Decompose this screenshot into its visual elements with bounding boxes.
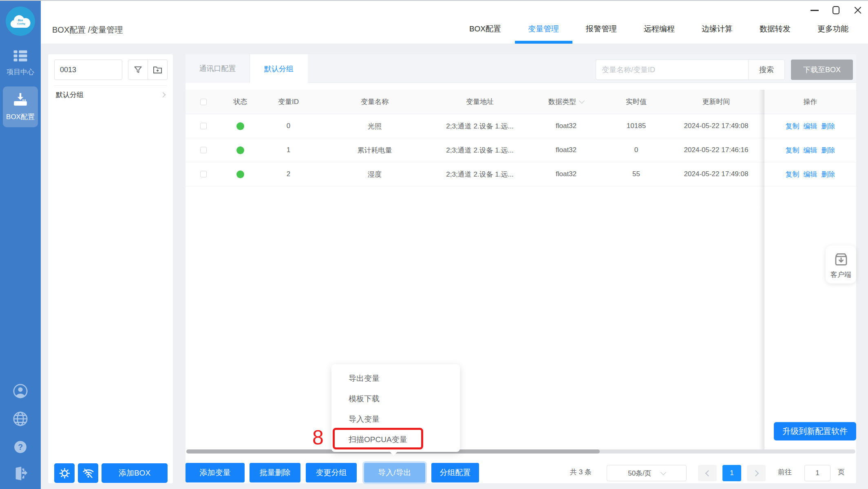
add-group-button[interactable]	[148, 60, 167, 80]
sidebar-language-button[interactable]	[0, 411, 41, 427]
delete-link[interactable]: 删除	[822, 122, 835, 131]
table-row: 0 光照 2;3;通道 2.设备 1.远... float32 10185 20…	[186, 114, 856, 138]
nav-box-config[interactable]: BOX配置	[469, 24, 501, 34]
cell-update-time: 2024-05-22 17:49:08	[668, 162, 764, 186]
copy-link[interactable]: 复制	[786, 122, 800, 131]
app-logo: Box Config	[6, 7, 35, 36]
tab-default-group[interactable]: 默认分组	[250, 54, 308, 83]
device-search-input[interactable]	[54, 60, 122, 80]
nav-variable-management[interactable]: 变量管理	[528, 24, 559, 34]
settings-button[interactable]	[54, 463, 75, 483]
nav-more-functions[interactable]: 更多功能	[817, 24, 848, 34]
col-variable-address: 变量地址	[432, 90, 528, 114]
group-config-button[interactable]: 分组配置	[431, 463, 479, 482]
tab-comm-port-config[interactable]: 通讯口配置	[186, 54, 250, 83]
globe-icon	[13, 411, 28, 427]
current-page-button[interactable]: 1	[722, 465, 741, 481]
status-dot-online	[236, 122, 244, 130]
col-variable-name: 变量名称	[317, 90, 432, 114]
chevron-right-icon	[160, 92, 166, 97]
chevron-right-icon	[752, 470, 759, 476]
col-data-type[interactable]: 数据类型	[528, 90, 605, 114]
add-box-button[interactable]: 添加BOX	[102, 463, 168, 483]
cell-variable-id: 2	[260, 162, 317, 186]
client-label: 客户端	[830, 270, 851, 279]
menu-item-export-variables[interactable]: 导出变量	[331, 368, 460, 389]
row-checkbox[interactable]	[200, 123, 207, 129]
sidebar-logout-button[interactable]	[0, 466, 41, 481]
change-group-button[interactable]: 变更分组	[306, 463, 357, 482]
page-unit-label: 页	[838, 467, 845, 477]
funnel-icon	[133, 65, 143, 75]
sidebar-item-label: 项目中心	[0, 67, 41, 77]
menu-item-import-variables[interactable]: 导入变量	[331, 409, 460, 429]
search-button[interactable]: 搜索	[748, 60, 785, 80]
nav-edge-computing[interactable]: 边缘计算	[702, 24, 733, 34]
group-list-item-default[interactable]: 默认分组	[54, 85, 167, 104]
goto-page-label: 前往	[778, 467, 792, 477]
add-variable-button[interactable]: 添加变量	[186, 463, 245, 482]
import-export-button[interactable]: 导入/导出	[364, 463, 425, 482]
delete-link[interactable]: 删除	[822, 170, 835, 179]
goto-page-input[interactable]	[804, 465, 830, 481]
table-header: 状态 变量ID 变量名称 变量地址 数据类型 实时值 更新时间 操作	[186, 90, 856, 114]
sidebar-help-button[interactable]: ?	[0, 440, 41, 454]
client-download-widget[interactable]: 客户端	[826, 246, 856, 283]
next-page-button[interactable]	[747, 465, 766, 481]
svg-text:Config: Config	[17, 22, 25, 25]
svg-text:?: ?	[18, 443, 23, 451]
row-checkbox[interactable]	[200, 171, 207, 177]
main-content-card: 通讯口配置 默认分组 搜索 下载至BOX 状态 变量ID 变量名称 变量地址 数…	[186, 54, 856, 483]
edit-link[interactable]: 编辑	[804, 170, 817, 179]
cloud-logo-icon: Box Config	[8, 12, 33, 30]
edit-link[interactable]: 编辑	[804, 146, 817, 155]
folder-plus-icon	[152, 65, 163, 75]
import-export-menu: 导出变量 模板下载 导入变量 扫描OPCUA变量	[331, 364, 460, 452]
nav-data-forwarding[interactable]: 数据转发	[760, 24, 791, 34]
sidebar-item-project-center[interactable]: 项目中心	[0, 50, 41, 77]
select-all-checkbox[interactable]	[200, 99, 207, 105]
tab-bar: 通讯口配置 默认分组 搜索 下载至BOX	[186, 54, 856, 83]
cell-update-time: 2024-05-22 17:46:16	[668, 138, 764, 162]
col-variable-id: 变量ID	[260, 90, 317, 114]
nav-remote-programming[interactable]: 远程编程	[644, 24, 675, 34]
cell-variable-name: 累计耗电量	[317, 138, 432, 162]
chevron-down-icon	[579, 98, 585, 104]
question-icon: ?	[13, 440, 27, 454]
variable-search-input[interactable]	[596, 60, 748, 80]
cell-variable-address: 2;3;通道 2.设备 1.远...	[432, 162, 528, 186]
menu-item-scan-opcua-variables[interactable]: 扫描OPCUA变量	[331, 429, 460, 450]
cell-data-type: float32	[528, 162, 605, 186]
variable-search-group: 搜索	[596, 60, 785, 80]
nav-alarm-management[interactable]: 报警管理	[586, 24, 617, 34]
horizontal-scrollbar	[186, 449, 855, 454]
network-status-button[interactable]	[78, 463, 98, 483]
maximize-icon[interactable]	[833, 6, 839, 14]
filter-button[interactable]	[128, 60, 148, 80]
menu-item-template-download[interactable]: 模板下载	[331, 389, 460, 409]
minimize-icon[interactable]	[811, 10, 819, 11]
col-update-time: 更新时间	[668, 90, 764, 114]
cell-variable-name: 湿度	[317, 162, 432, 186]
download-to-box-icon	[13, 92, 28, 107]
wifi-off-icon	[82, 467, 94, 479]
upgrade-software-button[interactable]: 升级到新配置软件	[774, 422, 856, 440]
copy-link[interactable]: 复制	[786, 146, 800, 155]
sidebar-item-box-config[interactable]: BOX配置	[3, 86, 38, 127]
delete-link[interactable]: 删除	[822, 146, 835, 155]
copy-link[interactable]: 复制	[786, 170, 800, 179]
page-size-select[interactable]: 50条/页	[607, 465, 687, 481]
batch-delete-button[interactable]: 批量删除	[250, 463, 300, 482]
prev-page-button[interactable]	[698, 465, 717, 481]
window-controls	[811, 4, 862, 16]
svg-text:Box: Box	[18, 19, 23, 22]
box-download-icon	[832, 250, 850, 269]
col-status: 状态	[221, 90, 260, 114]
row-checkbox[interactable]	[200, 147, 207, 153]
sidebar-account-button[interactable]	[0, 383, 41, 399]
edit-link[interactable]: 编辑	[804, 122, 817, 131]
annotation-step-number: 8	[312, 426, 324, 449]
status-dot-online	[236, 170, 244, 178]
close-icon[interactable]	[853, 6, 862, 15]
download-to-box-button[interactable]: 下载至BOX	[791, 60, 853, 80]
